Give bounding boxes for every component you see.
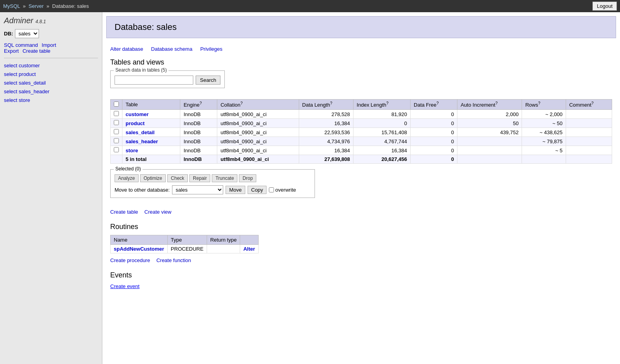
content-area: Alter database Database schema Privilege… [102,42,620,301]
export-link[interactable]: Export [4,48,19,54]
move-db-select[interactable]: sales [172,185,223,194]
sidebar: Adminer 4.8.1 DB: sales SQL command Impo… [0,12,102,364]
row-checkbox-store[interactable] [114,147,119,152]
auto-increment-product: 50 [457,119,522,128]
create-table-link[interactable]: Create table [110,209,138,215]
optimize-button[interactable]: Optimize [140,174,166,182]
collation-store: utf8mb4_0900_ai_ci [217,146,299,155]
collation-customer: utf8mb4_0900_ai_ci [217,110,299,119]
routine-return [207,245,240,253]
privileges-link[interactable]: Privileges [200,46,222,52]
data-free-sales-detail: 0 [411,128,457,137]
check-button[interactable]: Check [167,174,188,182]
routine-row: spAddNewCustomer PROCEDURE Alter [111,245,259,253]
row-checkbox-customer[interactable] [114,111,119,116]
total-data-length: 27,639,808 [299,155,353,164]
collation-product: utf8mb4_0900_ai_ci [217,119,299,128]
table-row: customer InnoDB utf8mb4_0900_ai_ci 278,5… [111,110,612,119]
col-routine-type: Type [167,235,207,245]
search-legend: Search data in tables (5) [114,67,168,73]
select-all-checkbox[interactable] [114,102,119,107]
sidebar-item-sales-header[interactable]: select sales_header [4,87,98,96]
collation-sales-header: utf8mb4_0900_ai_ci [217,137,299,146]
import-link[interactable]: Import [42,42,56,48]
db-select[interactable]: sales [15,29,39,38]
copy-button[interactable]: Copy [248,186,267,194]
data-length-product: 16,384 [299,119,353,128]
search-input[interactable] [115,76,193,85]
row-checkbox-product[interactable] [114,120,119,125]
engine-sales-header: InnoDB [180,137,217,146]
total-collation: utf8mb4_0900_ai_ci [217,155,299,164]
col-index-length: Index Length? [353,100,411,110]
data-length-sales-header: 4,734,976 [299,137,353,146]
app-title: Adminer 4.8.1 [4,16,98,25]
search-button[interactable]: Search [196,76,220,85]
breadcrumb-mysql[interactable]: MySQL [3,3,20,9]
sidebar-item-sales-detail[interactable]: select sales_detail [4,79,98,87]
page-header: Database: sales [106,16,616,38]
data-free-store: 0 [411,146,457,155]
col-rows: Rows? [522,100,566,110]
routine-link-spAddNewCustomer[interactable]: spAddNewCustomer [114,246,164,252]
routines-title: Routines [110,223,612,231]
sidebar-item-customer[interactable]: select customer [4,61,98,70]
breadcrumb-db: Database: sales [52,3,89,9]
sql-command-link[interactable]: SQL command [4,42,38,48]
tables-section-title: Tables and views [110,58,612,67]
total-row: 5 in total InnoDB utf8mb4_0900_ai_ci 27,… [111,155,612,164]
index-length-product: 0 [353,119,411,128]
table-link-product[interactable]: product [126,120,144,126]
truncate-button[interactable]: Truncate [212,174,237,182]
table-link-store[interactable]: store [126,148,138,153]
index-length-store: 16,384 [353,146,411,155]
comment-product [566,119,612,128]
move-button[interactable]: Move [226,186,245,194]
table-link-sales-header[interactable]: sales_header [126,139,158,144]
create-procedure-link[interactable]: Create procedure [110,257,150,263]
create-event-link[interactable]: Create event [110,283,139,289]
overwrite-label[interactable]: overwrite [269,187,296,193]
rows-product: ~ 50 [522,119,566,128]
breadcrumb-server[interactable]: Server [29,3,44,9]
overwrite-checkbox[interactable] [269,187,274,192]
routines-section: Routines Name Type Return type spAddNewC… [110,223,612,263]
alter-database-link[interactable]: Alter database [110,46,143,52]
analyze-button[interactable]: Analyze [115,174,139,182]
create-view-link[interactable]: Create view [144,209,172,215]
logout-button[interactable]: Logout [592,2,617,11]
create-table-sidebar-link[interactable]: Create table [22,48,50,54]
comment-sales-detail [566,128,612,137]
table-row: store InnoDB utf8mb4_0900_ai_ci 16,384 1… [111,146,612,155]
sidebar-item-product[interactable]: select product [4,70,98,79]
data-length-sales-detail: 22,593,536 [299,128,353,137]
database-schema-link[interactable]: Database schema [151,46,192,52]
sidebar-item-store[interactable]: select store [4,96,98,105]
rows-store: ~ 5 [522,146,566,155]
drop-button[interactable]: Drop [239,174,256,182]
table-link-customer[interactable]: customer [126,111,149,117]
tables-table: Table Engine? Collation? Data Length? In… [110,99,612,164]
comment-sales-header [566,137,612,146]
action-buttons: Analyze Optimize Check Repair Truncate D… [115,174,311,182]
rows-customer: ~ 2,000 [522,110,566,119]
engine-customer: InnoDB [180,110,217,119]
data-free-product: 0 [411,119,457,128]
row-checkbox-sales-header[interactable] [114,138,119,143]
routine-alter-link[interactable]: Alter [243,246,255,252]
create-function-link[interactable]: Create function [156,257,191,263]
row-checkbox-sales-detail[interactable] [114,129,119,134]
table-link-sales-detail[interactable]: sales_detail [126,129,155,135]
data-length-customer: 278,528 [299,110,353,119]
total-label: 5 in total [122,155,180,164]
routine-create-links: Create procedure Create function [110,257,612,263]
col-data-free: Data Free? [411,100,457,110]
repair-button[interactable]: Repair [189,174,210,182]
selected-box: Selected (0) Analyze Optimize Check Repa… [110,169,315,198]
db-links-row: Alter database Database schema Privilege… [110,46,612,52]
page-title: Database: sales [115,22,608,32]
col-comment: Comment? [566,100,612,110]
rows-sales-header: ~ 79,875 [522,137,566,146]
rows-sales-detail: ~ 438,625 [522,128,566,137]
collation-sales-detail: utf8mb4_0900_ai_ci [217,128,299,137]
